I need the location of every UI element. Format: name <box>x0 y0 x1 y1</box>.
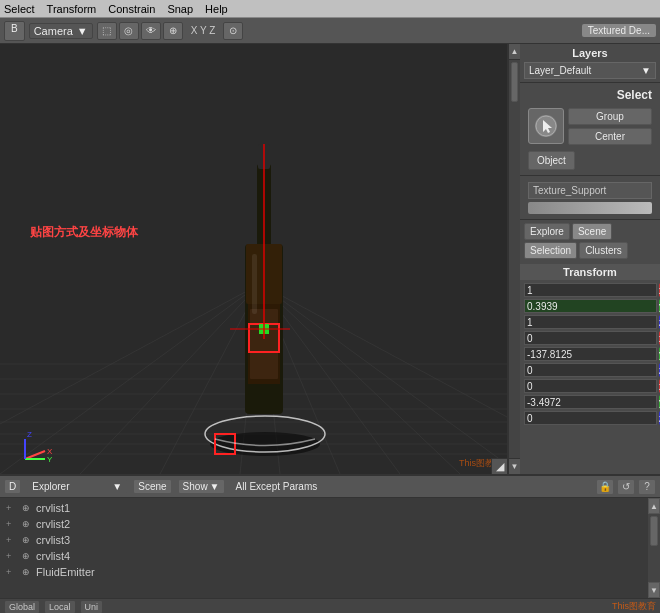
explorer-scroll-thumb[interactable] <box>650 516 658 546</box>
svg-text:Z: Z <box>27 430 32 439</box>
menu-select[interactable]: Select <box>4 3 35 15</box>
toolbar-icon-5[interactable]: ⊙ <box>223 22 243 40</box>
transform-tz-input[interactable] <box>524 411 657 425</box>
object-icon-2: ⊕ <box>19 518 33 530</box>
toolbar-icon-4[interactable]: ⊕ <box>163 22 183 40</box>
menu-transform[interactable]: Transform <box>47 3 97 15</box>
scene-button[interactable]: Scene <box>572 223 612 240</box>
toolbar-icon-1[interactable]: ⬚ <box>97 22 117 40</box>
object-button[interactable]: Object <box>528 151 575 170</box>
selection-button[interactable]: Selection <box>524 242 577 259</box>
toolbar-icon-2[interactable]: ◎ <box>119 22 139 40</box>
object-icon-5: ⊕ <box>19 566 33 578</box>
viewport-handle[interactable]: ◢ <box>491 458 507 474</box>
transform-rz-input[interactable] <box>524 363 657 377</box>
menu-help[interactable]: Help <box>205 3 228 15</box>
transform-tx-input[interactable] <box>524 379 657 393</box>
expand-icon-1: + <box>6 503 16 513</box>
transform-ry-input[interactable] <box>524 347 657 361</box>
explorer-title: Explorer <box>32 481 69 492</box>
transform-sy-input[interactable] <box>524 299 657 313</box>
axes-label: X Y Z <box>187 25 220 36</box>
explorer-scroll-down[interactable]: ▼ <box>648 582 660 598</box>
explorer-content: + ⊕ crvlist1 + ⊕ crvlist2 + ⊕ crvlist3 +… <box>0 498 660 598</box>
clusters-button[interactable]: Clusters <box>579 242 628 259</box>
transform-row-rx: x r <box>520 330 660 346</box>
global-button[interactable]: Global <box>4 600 40 614</box>
viewport-grid: X Y Z <box>0 44 507 474</box>
item-label-1: crvlist1 <box>36 502 70 514</box>
group-button[interactable]: Group <box>568 108 652 125</box>
transform-row-sy: y 🔒 <box>520 298 660 314</box>
item-label-2: crvlist2 <box>36 518 70 530</box>
viewport-scrollbar[interactable]: ▲ ▼ <box>508 44 520 474</box>
right-panel: Layers Layer_Default ▼ Select <box>520 44 660 474</box>
center-button[interactable]: Center <box>568 128 652 145</box>
svg-text:Y: Y <box>47 455 53 464</box>
scroll-down-btn[interactable]: ▼ <box>509 458 520 474</box>
list-item[interactable]: + ⊕ crvlist3 <box>2 532 646 548</box>
scroll-thumb[interactable] <box>511 62 518 102</box>
list-item[interactable]: + ⊕ crvlist1 <box>2 500 646 516</box>
object-icon-3: ⊕ <box>19 534 33 546</box>
refresh-icon[interactable]: ↺ <box>617 479 635 495</box>
expand-icon-4: + <box>6 551 16 561</box>
explorer-chevron-icon: ▼ <box>112 481 122 492</box>
svg-rect-39 <box>252 254 257 314</box>
list-item[interactable]: + ⊕ FluidEmitter <box>2 564 646 580</box>
toolbar-icons: ⬚ ◎ 👁 ⊕ <box>97 22 183 40</box>
transform-row-tx: x t <box>520 378 660 394</box>
layer-name: Layer_Default <box>529 65 591 76</box>
viewport[interactable]: X Y Z 贴图方式及坐标物体 This图教育 ◢ <box>0 44 508 474</box>
select-area: Group Center <box>524 104 656 149</box>
lock-icon[interactable]: 🔒 <box>596 479 614 495</box>
transform-title: Transform <box>520 264 660 280</box>
menubar: Select Transform Constrain Snap Help <box>0 0 660 18</box>
explorer-scroll-track <box>648 514 660 582</box>
menu-constrain[interactable]: Constrain <box>108 3 155 15</box>
layers-title: Layers <box>524 47 656 59</box>
scroll-up-btn[interactable]: ▲ <box>509 44 520 60</box>
expand-icon-3: + <box>6 535 16 545</box>
transform-section: Transform x s y 🔒 z 🔒 <box>520 262 660 426</box>
help-icon[interactable]: ? <box>638 479 656 495</box>
explorer-dropdown[interactable]: Explorer ▼ <box>27 479 127 494</box>
menu-snap[interactable]: Snap <box>167 3 193 15</box>
transform-sx-input[interactable] <box>524 283 657 297</box>
explore-button[interactable]: Explore <box>524 223 570 240</box>
expand-icon-2: + <box>6 519 16 529</box>
camera-dropdown[interactable]: Camera ▼ <box>29 23 93 39</box>
explorer-scroll-up[interactable]: ▲ <box>648 498 660 514</box>
filter-dropdown[interactable]: All Except Params <box>231 479 590 494</box>
chevron-down-icon: ▼ <box>77 25 88 37</box>
bottom-watermark: This图教育 <box>612 600 656 613</box>
texture-section: Texture_Support <box>520 176 660 220</box>
list-item[interactable]: + ⊕ crvlist4 <box>2 548 646 564</box>
transform-ty-input[interactable] <box>524 395 657 409</box>
transform-row-ty: y ↔ <box>520 394 660 410</box>
show-chevron-icon: ▼ <box>210 481 220 492</box>
select-title: Select <box>524 86 656 104</box>
uni-button[interactable]: Uni <box>80 600 104 614</box>
object-icon-4: ⊕ <box>19 550 33 562</box>
show-dropdown[interactable]: Show ▼ <box>178 479 225 494</box>
chinese-annotation: 贴图方式及坐标物体 <box>30 224 138 241</box>
scene-tab[interactable]: Scene <box>133 479 171 494</box>
local-button[interactable]: Local <box>44 600 76 614</box>
transform-row-sx: x s <box>520 282 660 298</box>
d-button[interactable]: D <box>4 479 21 494</box>
b-button[interactable]: B <box>4 21 25 41</box>
transform-rx-input[interactable] <box>524 331 657 345</box>
transform-row-tz: z ↔ <box>520 410 660 426</box>
layer-dropdown[interactable]: Layer_Default ▼ <box>524 62 656 79</box>
toolbar-icon-3[interactable]: 👁 <box>141 22 161 40</box>
nav-buttons: Explore Scene Selection Clusters <box>520 220 660 262</box>
list-item[interactable]: + ⊕ crvlist2 <box>2 516 646 532</box>
item-label-5: FluidEmitter <box>36 566 95 578</box>
texture-bar <box>528 202 652 214</box>
explorer-tree: + ⊕ crvlist1 + ⊕ crvlist2 + ⊕ crvlist3 +… <box>0 498 648 598</box>
explorer-scrollbar[interactable]: ▲ ▼ <box>648 498 660 598</box>
transform-sz-input[interactable] <box>524 315 657 329</box>
select-cursor-btn[interactable] <box>528 108 564 144</box>
main-area: X Y Z 贴图方式及坐标物体 This图教育 ◢ ▲ ▼ Layers <box>0 44 660 474</box>
